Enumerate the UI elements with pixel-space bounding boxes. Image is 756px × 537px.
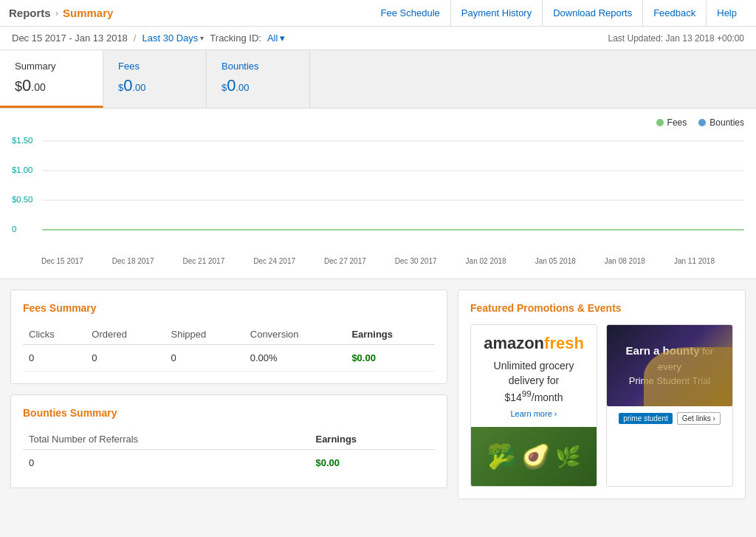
top-nav-links: Fee Schedule Payment History Download Re… [371, 0, 747, 27]
x-label-2: Dec 18 2017 [112, 257, 154, 265]
col-conversion: Conversion [244, 324, 346, 345]
chart-section: Fees Bounties 0 $0.50 $1.00 $1.50 Dec 15… [0, 109, 756, 279]
amazon-fresh-logo: amazonfresh [480, 334, 588, 353]
breadcrumb-arrow: › [55, 7, 58, 18]
left-panel: Fees Summary Clicks Ordered Shipped Conv… [10, 290, 447, 499]
x-label-9: Jan 08 2018 [605, 257, 645, 265]
x-label-10: Jan 11 2018 [674, 257, 715, 265]
last-days-label: Last 30 Days [142, 33, 198, 44]
svg-text:$1.00: $1.00 [12, 165, 32, 174]
amazon-fresh-content: amazonfresh Unlimited grocerydelivery fo… [471, 325, 597, 427]
bounties-summary-title: Bounties Summary [23, 407, 435, 419]
summary-card-title: Summary [15, 61, 88, 72]
x-label-5: Dec 27 2017 [324, 257, 366, 265]
fees-suffix: .00 [132, 82, 145, 93]
breadcrumb-summary: Summary [63, 7, 113, 19]
bottom-sections: Fees Summary Clicks Ordered Shipped Conv… [0, 279, 756, 510]
fresh-learn-more[interactable]: Learn more › [480, 409, 588, 418]
x-label-1: Dec 15 2017 [41, 257, 83, 265]
payment-history-link[interactable]: Payment History [450, 0, 542, 27]
bounties-legend-label: Bounties [709, 117, 744, 128]
fresh-tagline: Unlimited grocerydelivery for $1499/mont… [480, 359, 588, 405]
download-reports-link[interactable]: Download Reports [542, 0, 642, 27]
col-clicks: Clicks [23, 324, 86, 345]
right-panel: Featured Promotions & Events amazonfresh… [458, 290, 746, 499]
date-bar-left: Dec 15 2017 - Jan 13 2018 / Last 30 Days… [12, 33, 285, 44]
bounties-legend-dot [698, 119, 706, 126]
prime-student-decoration [644, 347, 732, 406]
bounties-summary-card: Bounties Summary Total Number of Referra… [10, 394, 447, 488]
bounties-main: 0 [227, 76, 236, 95]
svg-text:$1.50: $1.50 [12, 136, 32, 145]
svg-text:0: 0 [12, 225, 16, 233]
help-link[interactable]: Help [706, 0, 747, 27]
x-axis-labels: Dec 15 2017 Dec 18 2017 Dec 21 2017 Dec … [12, 254, 744, 265]
x-label-4: Dec 24 2017 [253, 257, 295, 265]
last-days-button[interactable]: Last 30 Days ▾ [142, 33, 204, 44]
fees-ordered: 0 [86, 345, 165, 372]
fresh-image: 🥦 🥑 🌿 [471, 427, 597, 486]
x-label-7: Jan 02 2018 [466, 257, 506, 265]
svg-text:$0.50: $0.50 [12, 195, 32, 204]
fees-summary-title: Fees Summary [23, 302, 435, 314]
bounties-earnings: $0.00 [309, 450, 435, 476]
chart-legend: Fees Bounties [12, 117, 744, 128]
top-nav: Reports › Summary Fee Schedule Payment H… [0, 0, 756, 27]
fees-conversion: 0.00% [244, 345, 346, 372]
breadcrumb: Reports › Summary [9, 7, 113, 19]
prime-student-badge: prime student [619, 413, 673, 424]
tracking-chevron-icon: ▾ [280, 33, 285, 44]
summary-card-fees[interactable]: Fees $0.00 [103, 50, 207, 108]
col-earnings: Earnings [346, 324, 435, 345]
legend-fees: Fees [656, 117, 687, 128]
fees-data-row: 0 0 0 0.00% $0.00 [23, 345, 435, 372]
summary-suffix: .00 [31, 81, 45, 93]
x-label-3: Dec 21 2017 [183, 257, 225, 265]
fees-main: 0 [123, 76, 132, 95]
fees-legend-dot [656, 119, 664, 126]
date-bar: Dec 15 2017 - Jan 13 2018 / Last 30 Days… [0, 27, 756, 50]
legend-bounties: Bounties [698, 117, 744, 128]
tracking-id-label: Tracking ID: [210, 33, 261, 44]
col-bounties-earnings: Earnings [309, 429, 435, 450]
x-label-8: Jan 05 2018 [535, 257, 576, 265]
fees-card-title: Fees [118, 61, 191, 72]
col-shipped: Shipped [165, 324, 244, 345]
fees-shipped: 0 [165, 345, 244, 372]
tracking-all-button[interactable]: All ▾ [267, 33, 285, 44]
promo-amazon-fresh[interactable]: amazonfresh Unlimited grocerydelivery fo… [470, 324, 597, 487]
bounties-table: Total Number of Referrals Earnings 0 $0.… [23, 429, 435, 476]
prime-logo-area: prime student Get links › [607, 412, 732, 425]
summary-card-summary[interactable]: Summary $0.00 [0, 50, 103, 108]
fee-schedule-link[interactable]: Fee Schedule [371, 0, 450, 27]
featured-title: Featured Promotions & Events [470, 302, 733, 314]
col-referrals: Total Number of Referrals [23, 429, 309, 450]
summary-currency: $ [15, 79, 22, 94]
summary-card-value: $0.00 [15, 76, 88, 95]
greens-icon: 🌿 [555, 445, 581, 469]
bounties-referrals: 0 [23, 450, 309, 476]
tracking-value: All [267, 33, 278, 44]
date-range: Dec 15 2017 - Jan 13 2018 [12, 33, 128, 44]
bounties-suffix: .00 [236, 82, 249, 93]
last-updated: Last Updated: Jan 13 2018 +00:00 [608, 33, 744, 44]
get-links-button[interactable]: Get links › [677, 412, 721, 425]
prime-student-bg: Earn a bounty for everyPrime Student Tri… [607, 325, 732, 406]
breadcrumb-reports[interactable]: Reports [9, 7, 51, 19]
fees-clicks: 0 [23, 345, 86, 372]
feedback-link[interactable]: Feedback [642, 0, 706, 27]
summary-card-bounties[interactable]: Bounties $0.00 [207, 50, 310, 108]
broccoli-icon: 🥦 [487, 442, 517, 471]
date-separator: / [134, 33, 137, 44]
chart-container: 0 $0.50 $1.00 $1.50 Dec 15 2017 Dec 18 2… [12, 134, 744, 267]
bounties-card-value: $0.00 [221, 76, 295, 95]
bounties-card-title: Bounties [221, 61, 295, 72]
fees-legend-label: Fees [667, 117, 687, 128]
featured-panel: Featured Promotions & Events amazonfresh… [458, 290, 746, 499]
promo-prime-student[interactable]: Earn a bounty for everyPrime Student Tri… [606, 324, 733, 487]
chevron-down-icon: ▾ [200, 34, 204, 42]
fees-earnings: $0.00 [346, 345, 435, 372]
fees-summary-card: Fees Summary Clicks Ordered Shipped Conv… [10, 290, 447, 384]
avocado-icon: 🥑 [521, 442, 551, 471]
summary-cards: Summary $0.00 Fees $0.00 Bounties $0.00 [0, 50, 756, 109]
